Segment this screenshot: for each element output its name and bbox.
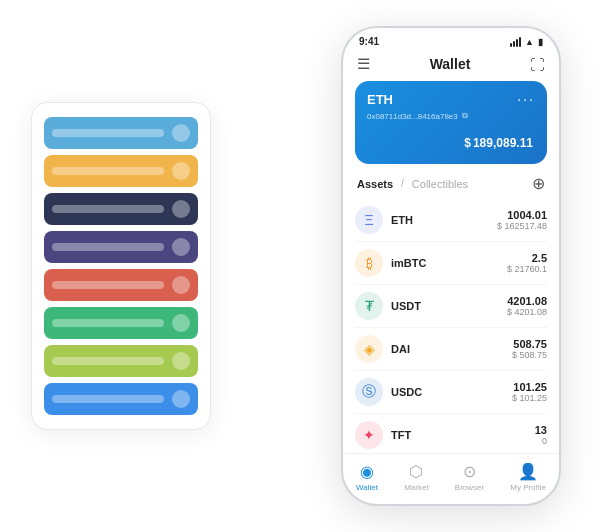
stack-card-icon-7 [172, 390, 190, 408]
asset-values-eth: 1004.01$ 162517.48 [497, 209, 547, 231]
browser-nav-icon: ⊙ [463, 462, 476, 481]
nav-profile[interactable]: 👤 My Profile [510, 462, 546, 492]
asset-name-usdt: USDT [391, 300, 507, 312]
asset-icon-imbtc: ₿ [355, 249, 383, 277]
stack-card-6[interactable] [44, 345, 198, 377]
profile-nav-label: My Profile [510, 483, 546, 492]
add-asset-icon[interactable]: ⊕ [532, 174, 545, 193]
signal-icon [510, 37, 521, 47]
menu-icon[interactable]: ☰ [357, 55, 370, 73]
status-time: 9:41 [359, 36, 379, 47]
phone-mockup: 9:41 ▲ ▮ ☰ Wallet ⛶ ETH ··· [341, 26, 561, 506]
asset-list: ΞETH1004.01$ 162517.48₿imBTC2.5$ 21760.1… [343, 199, 559, 453]
market-nav-icon: ⬡ [409, 462, 423, 481]
asset-values-dai: 508.75$ 508.75 [512, 338, 547, 360]
status-bar: 9:41 ▲ ▮ [343, 28, 559, 51]
stack-card-2[interactable] [44, 193, 198, 225]
asset-item-eth[interactable]: ΞETH1004.01$ 162517.48 [355, 199, 547, 242]
eth-card[interactable]: ETH ··· 0x08711d3d...8416a78e3 ⧉ $189,08… [355, 81, 547, 164]
asset-item-usdc[interactable]: ⓈUSDC101.25$ 101.25 [355, 371, 547, 414]
browser-nav-label: Browser [455, 483, 484, 492]
assets-header: Assets / Collectibles ⊕ [343, 174, 559, 199]
status-icons: ▲ ▮ [510, 37, 543, 47]
asset-name-tft: TFT [391, 429, 535, 441]
wallet-nav-label: Wallet [356, 483, 378, 492]
asset-values-tft: 130 [535, 424, 547, 446]
asset-icon-eth: Ξ [355, 206, 383, 234]
asset-icon-dai: ◈ [355, 335, 383, 363]
tab-collectibles[interactable]: Collectibles [412, 178, 468, 190]
stack-card-0[interactable] [44, 117, 198, 149]
wallet-nav-icon: ◉ [360, 462, 374, 481]
phone-header: ☰ Wallet ⛶ [343, 51, 559, 81]
asset-item-dai[interactable]: ◈DAI508.75$ 508.75 [355, 328, 547, 371]
stack-card-7[interactable] [44, 383, 198, 415]
stack-card-icon-1 [172, 162, 190, 180]
asset-item-tft[interactable]: ✦TFT130 [355, 414, 547, 453]
asset-icon-tft: ✦ [355, 421, 383, 449]
asset-icon-usdc: Ⓢ [355, 378, 383, 406]
stack-card-4[interactable] [44, 269, 198, 301]
tab-separator: / [401, 178, 404, 189]
eth-card-top: ETH ··· [367, 91, 535, 107]
page-title: Wallet [430, 56, 471, 72]
stack-card-5[interactable] [44, 307, 198, 339]
asset-icon-usdt: ₮ [355, 292, 383, 320]
battery-icon: ▮ [538, 37, 543, 47]
market-nav-label: Market [404, 483, 428, 492]
stack-card-icon-6 [172, 352, 190, 370]
card-stack [31, 102, 211, 430]
stack-card-icon-2 [172, 200, 190, 218]
stack-card-1[interactable] [44, 155, 198, 187]
bottom-nav: ◉ Wallet ⬡ Market ⊙ Browser 👤 My Profile [343, 453, 559, 504]
scene: 9:41 ▲ ▮ ☰ Wallet ⛶ ETH ··· [11, 11, 591, 521]
eth-card-address: 0x08711d3d...8416a78e3 ⧉ [367, 111, 535, 121]
asset-item-usdt[interactable]: ₮USDT4201.08$ 4201.08 [355, 285, 547, 328]
nav-wallet[interactable]: ◉ Wallet [356, 462, 378, 492]
profile-nav-icon: 👤 [518, 462, 538, 481]
eth-card-label: ETH [367, 92, 393, 107]
eth-card-amount: $189,089.11 [367, 129, 535, 152]
tab-assets[interactable]: Assets [357, 178, 393, 190]
nav-market[interactable]: ⬡ Market [404, 462, 428, 492]
asset-name-eth: ETH [391, 214, 497, 226]
assets-tabs: Assets / Collectibles [357, 178, 468, 190]
wifi-icon: ▲ [525, 37, 534, 47]
nav-browser[interactable]: ⊙ Browser [455, 462, 484, 492]
asset-values-usdt: 4201.08$ 4201.08 [507, 295, 547, 317]
asset-name-usdc: USDC [391, 386, 512, 398]
stack-card-icon-0 [172, 124, 190, 142]
asset-values-imbtc: 2.5$ 21760.1 [507, 252, 547, 274]
asset-item-imbtc[interactable]: ₿imBTC2.5$ 21760.1 [355, 242, 547, 285]
stack-card-icon-4 [172, 276, 190, 294]
stack-card-3[interactable] [44, 231, 198, 263]
eth-card-menu[interactable]: ··· [517, 91, 535, 107]
asset-name-imbtc: imBTC [391, 257, 507, 269]
asset-name-dai: DAI [391, 343, 512, 355]
expand-icon[interactable]: ⛶ [530, 56, 545, 73]
stack-card-icon-5 [172, 314, 190, 332]
stack-card-icon-3 [172, 238, 190, 256]
asset-values-usdc: 101.25$ 101.25 [512, 381, 547, 403]
